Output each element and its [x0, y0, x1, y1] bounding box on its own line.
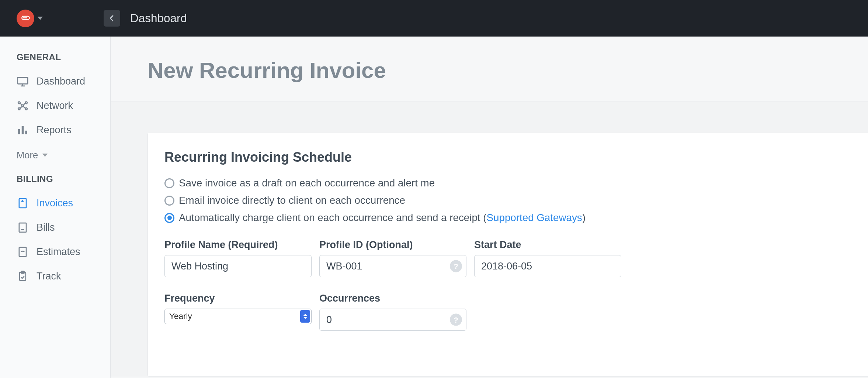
clipboard-check-icon [17, 270, 29, 282]
radio-label: Email invoice directly to client on each… [179, 195, 405, 206]
sidebar-item-network[interactable]: Network [0, 93, 110, 118]
supported-gateways-link[interactable]: Supported Gateways [487, 212, 582, 223]
svg-rect-11 [19, 223, 26, 232]
field-label: Profile Name (Required) [164, 239, 312, 251]
page-header: New Recurring Invoice Save [111, 37, 868, 102]
radio-icon [164, 213, 174, 223]
sidebar-item-invoices[interactable]: Invoices [0, 191, 110, 215]
radio-label: Automatically charge client on each occu… [179, 212, 586, 224]
main-content: New Recurring Invoice Save Recurring Inv… [111, 37, 868, 377]
svg-rect-10 [19, 199, 26, 208]
sidebar-section-general: GENERAL [0, 52, 110, 69]
back-button[interactable] [104, 10, 120, 27]
sidebar-item-label: Invoices [37, 197, 73, 209]
sidebar-item-label: Track [37, 271, 61, 282]
network-icon [17, 100, 29, 112]
sidebar-item-bills[interactable]: Bills [0, 215, 110, 240]
chevron-down-icon [38, 17, 43, 20]
sidebar-item-label: Reports [37, 124, 72, 136]
sidebar: GENERAL Dashboard Network Reports More B… [0, 37, 111, 378]
sidebar-more-label: More [17, 150, 38, 161]
radio-option-email[interactable]: Email invoice directly to client on each… [164, 195, 868, 206]
svg-point-6 [22, 104, 24, 107]
field-label: Frequency [164, 293, 312, 304]
section-title: Recurring Invoicing Schedule [164, 150, 868, 165]
start-date-input[interactable] [474, 255, 621, 277]
page-title: New Recurring Invoice [147, 58, 386, 83]
help-icon[interactable]: ? [450, 260, 462, 272]
sidebar-item-track[interactable]: Track [0, 264, 110, 288]
bill-icon [17, 221, 29, 234]
radio-label-text: Automatically charge client on each occu… [179, 212, 487, 223]
topbar: Dashboard Settings [0, 0, 868, 37]
estimate-icon [17, 246, 29, 258]
brand-menu[interactable] [17, 10, 43, 27]
sidebar-item-label: Bills [37, 222, 55, 233]
breadcrumb[interactable]: Dashboard [130, 11, 187, 25]
sidebar-item-estimates[interactable]: Estimates [0, 240, 110, 264]
field-profile-name: Profile Name (Required) [164, 239, 312, 277]
schedule-radio-group: Save invoice as a draft on each occurren… [164, 177, 868, 224]
radio-icon [164, 178, 174, 188]
svg-rect-1 [18, 77, 28, 84]
field-frequency: Frequency Yearly [164, 293, 312, 331]
svg-point-2 [18, 102, 20, 104]
radio-label: Save invoice as a draft on each occurren… [179, 177, 435, 189]
field-occurrences: Occurrences ? [319, 293, 466, 331]
select-value: Yearly [169, 312, 192, 321]
sidebar-item-dashboard[interactable]: Dashboard [0, 69, 110, 93]
field-start-date: Start Date [474, 239, 621, 277]
sidebar-item-reports[interactable]: Reports [0, 118, 110, 142]
sidebar-section-billing: BILLING [0, 174, 110, 191]
svg-point-4 [18, 108, 20, 110]
field-label: Occurrences [319, 293, 466, 304]
select-arrows-icon [300, 310, 310, 323]
radio-option-draft[interactable]: Save invoice as a draft on each occurren… [164, 177, 868, 189]
radio-option-charge[interactable]: Automatically charge client on each occu… [164, 212, 868, 224]
help-icon[interactable]: ? [450, 314, 462, 326]
field-profile-id: Profile ID (Optional) ? [319, 239, 466, 277]
invoice-icon [17, 197, 29, 209]
svg-rect-9 [25, 130, 27, 134]
svg-point-3 [25, 102, 27, 104]
chevron-down-icon [42, 154, 48, 157]
bar-chart-icon [17, 124, 29, 136]
svg-rect-8 [22, 126, 24, 134]
svg-rect-12 [19, 247, 26, 257]
sidebar-item-label: Estimates [37, 246, 80, 258]
sidebar-item-label: Network [37, 100, 73, 111]
occurrences-input[interactable] [319, 309, 466, 331]
profile-id-input[interactable] [319, 255, 466, 277]
frequency-select[interactable]: Yearly [164, 309, 312, 324]
profile-name-input[interactable] [164, 255, 312, 277]
schedule-panel: Recurring Invoicing Schedule Save invoic… [147, 133, 868, 377]
svg-point-5 [25, 108, 27, 110]
sidebar-item-label: Dashboard [37, 76, 85, 87]
svg-rect-7 [18, 129, 20, 134]
monitor-icon [17, 75, 29, 87]
radio-label-text: ) [582, 212, 586, 223]
field-label: Profile ID (Optional) [319, 239, 466, 251]
sidebar-more[interactable]: More [0, 142, 110, 174]
radio-icon [164, 196, 174, 206]
field-label: Start Date [474, 239, 621, 251]
brand-logo-icon [17, 10, 34, 27]
